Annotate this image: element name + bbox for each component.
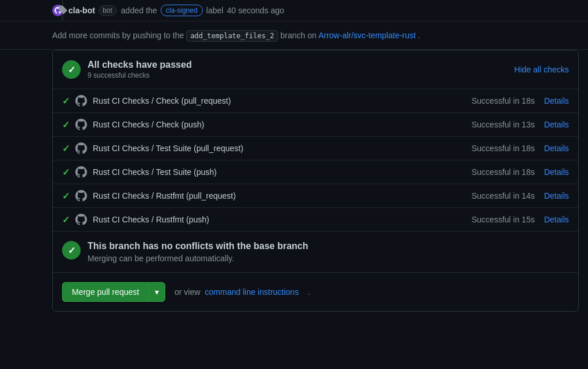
- branch-info-prefix: Add more commits by pushing to the: [52, 31, 184, 40]
- check-status: Successful in 18s: [471, 144, 535, 153]
- check-details-link[interactable]: Details: [535, 191, 569, 200]
- bot-badge: bot: [99, 5, 117, 16]
- merge-area: Merge pull request ▾ or view command lin…: [53, 272, 578, 311]
- checks-title-group: All checks have passed 9 successful chec…: [88, 60, 192, 79]
- checks-header: ✓ All checks have passed 9 successful ch…: [53, 50, 578, 89]
- branch-info-middle: branch on: [281, 31, 318, 40]
- branch-code: add_template_files_2: [186, 30, 278, 42]
- checks-title: All checks have passed: [88, 60, 192, 70]
- command-line-instructions-link[interactable]: command line instructions: [205, 287, 299, 297]
- check-name: Rust CI Checks / Test Suite (push): [93, 167, 467, 177]
- check-rows-list: ✓ Rust CI Checks / Check (pull_request) …: [53, 89, 578, 231]
- check-details-link[interactable]: Details: [535, 167, 569, 177]
- check-status: Successful in 14s: [471, 191, 535, 200]
- or-text: or view: [175, 287, 200, 297]
- check-success-icon: ✓: [62, 96, 70, 107]
- period-suffix: .: [308, 287, 310, 297]
- added-text: added the: [121, 6, 157, 15]
- branch-info-bar: Add more commits by pushing to the add_t…: [0, 21, 588, 50]
- branch-status-title: This branch has no conflicts with the ba…: [88, 241, 308, 251]
- check-success-icon: ✓: [62, 214, 70, 225]
- check-details-link[interactable]: Details: [535, 215, 569, 224]
- check-details-link[interactable]: Details: [535, 96, 569, 105]
- github-icon: [75, 214, 87, 225]
- table-row: ✓ Rust CI Checks / Test Suite (push) Suc…: [53, 160, 578, 184]
- event-timestamp: 40 seconds ago: [227, 6, 284, 15]
- check-name: Rust CI Checks / Check (push): [93, 120, 467, 129]
- branch-status-subtitle: Merging can be performed automatically.: [88, 254, 308, 263]
- bot-username[interactable]: cla-bot: [68, 6, 95, 15]
- github-icon: [75, 95, 87, 107]
- check-details-link[interactable]: Details: [535, 144, 569, 153]
- check-status: Successful in 18s: [471, 167, 535, 177]
- table-row: ✓ Rust CI Checks / Check (pull_request) …: [53, 89, 578, 113]
- check-name: Rust CI Checks / Test Suite (pull_reques…: [93, 144, 467, 153]
- check-success-icon: ✓: [62, 119, 70, 130]
- hide-checks-button[interactable]: Hide all checks: [514, 65, 569, 74]
- checks-subtitle: 9 successful checks: [88, 71, 192, 79]
- cla-signed-label[interactable]: cla-signed: [161, 5, 203, 16]
- branch-status-content: This branch has no conflicts with the ba…: [88, 241, 308, 263]
- branch-status-section: ✓ This branch has no conflicts with the …: [53, 231, 578, 272]
- table-row: ✓ Rust CI Checks / Test Suite (pull_requ…: [53, 137, 578, 160]
- check-name: Rust CI Checks / Rustfmt (pull_request): [93, 191, 467, 200]
- merge-dropdown-button[interactable]: ▾: [148, 282, 165, 302]
- cla-bot-event-row: cla-bot bot added the cla-signed label 4…: [0, 0, 588, 21]
- check-success-icon: ✓: [62, 167, 70, 178]
- check-success-icon: ✓: [62, 143, 70, 154]
- check-details-link[interactable]: Details: [535, 120, 569, 129]
- check-status: Successful in 18s: [471, 96, 535, 105]
- github-icon: [75, 119, 87, 130]
- all-checks-success-icon: ✓: [62, 60, 81, 79]
- github-icon: [75, 143, 87, 154]
- check-status: Successful in 15s: [471, 215, 535, 224]
- merge-pull-request-button[interactable]: Merge pull request: [62, 282, 148, 302]
- check-success-icon: ✓: [62, 191, 70, 202]
- check-status: Successful in 13s: [471, 120, 535, 129]
- label-text: label: [206, 6, 224, 15]
- repo-link[interactable]: Arrow-alr/svc-template-rust: [318, 31, 416, 40]
- table-row: ✓ Rust CI Checks / Check (push) Successf…: [53, 113, 578, 137]
- label-icon: [58, 5, 67, 16]
- github-icon: [75, 166, 87, 178]
- branch-status-icon: ✓: [62, 241, 81, 260]
- branch-info-suffix: .: [418, 31, 420, 40]
- merge-container: ✓ All checks have passed 9 successful ch…: [52, 50, 579, 312]
- table-row: ✓ Rust CI Checks / Rustfmt (pull_request…: [53, 184, 578, 208]
- github-icon: [75, 190, 87, 202]
- merge-button-group: Merge pull request ▾: [62, 282, 165, 302]
- checks-header-left: ✓ All checks have passed 9 successful ch…: [62, 60, 192, 79]
- check-name: Rust CI Checks / Rustfmt (push): [93, 215, 467, 224]
- check-name: Rust CI Checks / Check (pull_request): [93, 96, 467, 105]
- table-row: ✓ Rust CI Checks / Rustfmt (push) Succes…: [53, 208, 578, 231]
